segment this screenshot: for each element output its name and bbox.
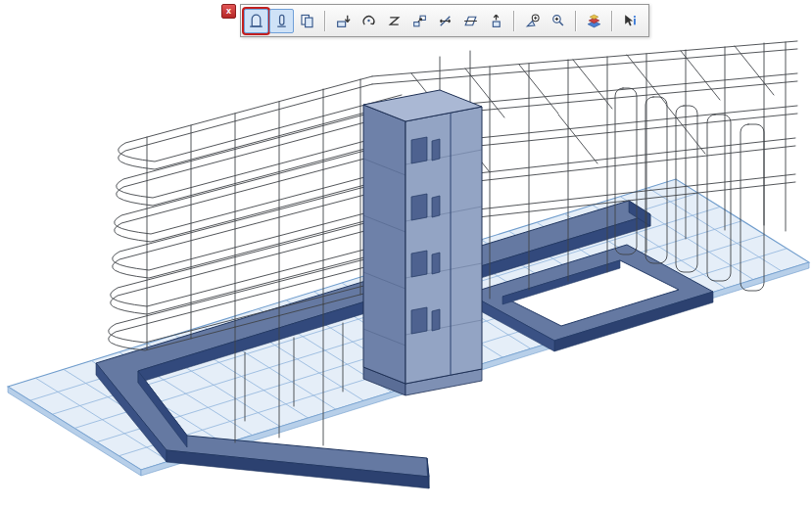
rotate-icon	[360, 13, 377, 29]
toolbar-separator	[575, 11, 577, 31]
show-selection-marquee-3d-button[interactable]	[244, 9, 268, 33]
zoom-increase-button[interactable]	[520, 9, 545, 33]
door-icon	[248, 13, 264, 29]
zoom-plus-icon	[524, 13, 541, 29]
display-settings-3d-button[interactable]	[582, 9, 606, 33]
toolbar-body	[240, 4, 649, 37]
skew-icon	[462, 13, 479, 29]
toolbar-separator	[513, 11, 515, 31]
floating-toolbar: x	[221, 4, 649, 37]
mirror-element-button[interactable]	[433, 9, 457, 33]
copy-3d-view-button[interactable]	[295, 9, 319, 33]
skew-element-button[interactable]	[458, 9, 483, 33]
magnifier-plus-icon	[549, 13, 566, 29]
close-button[interactable]: x	[221, 4, 236, 19]
tower-left-face	[363, 105, 406, 384]
toolbar-separator	[611, 11, 613, 31]
rotate-element-button[interactable]	[357, 9, 381, 33]
quick-info-button[interactable]	[618, 9, 643, 33]
multiply-icon	[411, 13, 428, 29]
info-cursor-icon	[622, 13, 639, 29]
layers-color-icon	[586, 13, 602, 29]
show-all-3d-button[interactable]	[269, 9, 294, 33]
3d-viewport[interactable]	[0, 0, 812, 508]
column-icon	[273, 13, 290, 29]
multiply-element-button[interactable]	[407, 9, 432, 33]
magnify-plus-button[interactable]	[546, 9, 570, 33]
toolbar-separator	[324, 11, 326, 31]
mirror-icon	[437, 13, 454, 29]
copy-icon	[299, 13, 315, 29]
elevate-icon	[488, 13, 504, 29]
elevate-element-button[interactable]	[484, 9, 508, 33]
3d-window: x	[0, 0, 812, 508]
stretch-element-button[interactable]	[382, 9, 406, 33]
core-tower[interactable]	[363, 90, 482, 395]
drag-icon	[335, 13, 352, 29]
stretch-icon	[386, 13, 403, 29]
drag-element-button[interactable]	[331, 9, 356, 33]
